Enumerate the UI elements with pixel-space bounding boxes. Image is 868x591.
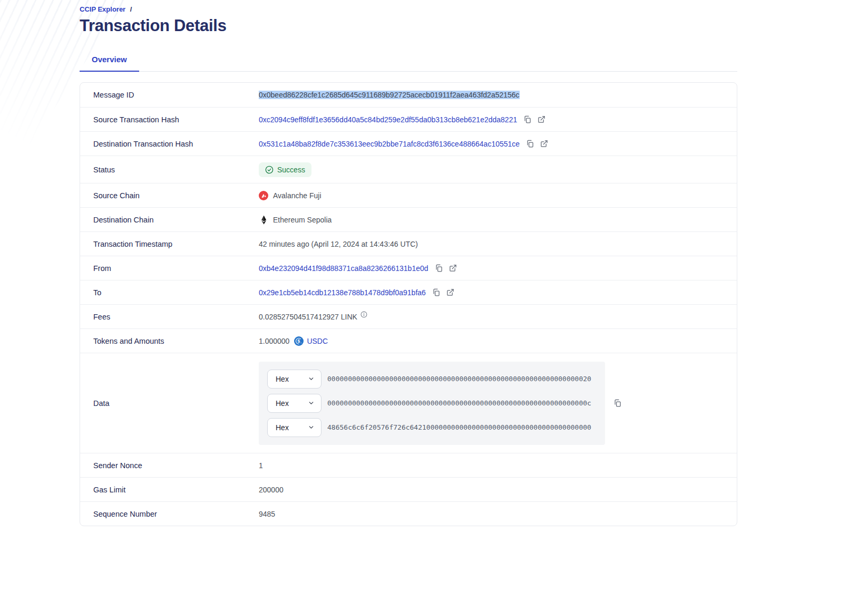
row-source-tx-hash: Source Transaction Hash 0xc2094c9eff8fdf… — [80, 107, 737, 131]
row-dest-tx-hash: Destination Transaction Hash 0x531c1a48b… — [80, 131, 737, 156]
row-message-id: Message ID 0x0beed86228cfe1c2685d645c911… — [80, 83, 737, 107]
chevron-down-icon — [308, 400, 315, 406]
open-from-button[interactable] — [449, 264, 457, 272]
data-format-value: Hex — [276, 399, 289, 408]
data-hex-value-2: 0000000000000000000000000000000000000000… — [327, 399, 591, 407]
usdc-logo-icon: $ — [294, 336, 304, 346]
timestamp-label: Transaction Timestamp — [93, 240, 259, 248]
data-line-1: Hex 000000000000000000000000000000000000… — [267, 370, 605, 389]
copy-to-button[interactable] — [432, 288, 440, 296]
status-label: Status — [93, 166, 259, 174]
source-chain-value: Avalanche Fuji — [273, 191, 321, 200]
breadcrumb: CCIP Explorer / — [80, 0, 737, 13]
copy-source-tx-button[interactable] — [523, 115, 531, 123]
data-format-select-1[interactable]: Hex — [267, 370, 321, 389]
data-hex-value-1: 0000000000000000000000000000000000000000… — [327, 375, 591, 383]
sender-nonce-value: 1 — [259, 461, 263, 470]
token-amount: 1.000000 — [259, 337, 289, 345]
to-address-link[interactable]: 0x29e1cb5eb14cdb12138e788b1478d9bf0a91bf… — [259, 288, 426, 297]
dest-chain-value: Ethereum Sepolia — [273, 216, 331, 224]
sequence-number-label: Sequence Number — [93, 510, 259, 518]
row-sequence-number: Sequence Number 9485 — [80, 501, 737, 526]
data-label: Data — [93, 399, 259, 408]
copy-icon — [523, 115, 531, 123]
fees-value: 0.028527504517412927 LINK — [259, 313, 357, 321]
chevron-down-icon — [308, 375, 315, 382]
copy-icon — [526, 140, 534, 148]
data-line-3: Hex 48656c6c6f20576f726c6421000000000000… — [267, 418, 605, 437]
from-label: From — [93, 264, 259, 273]
status-value: Success — [277, 166, 305, 174]
dest-chain-label: Destination Chain — [93, 216, 259, 224]
dest-tx-hash-label: Destination Transaction Hash — [93, 140, 259, 148]
open-to-button[interactable] — [446, 288, 454, 296]
info-icon[interactable] — [360, 311, 367, 318]
copy-dest-tx-button[interactable] — [526, 140, 534, 148]
to-label: To — [93, 288, 259, 297]
status-badge: Success — [259, 162, 311, 177]
avalanche-logo-icon — [259, 191, 268, 200]
data-hex-panel: Hex 000000000000000000000000000000000000… — [259, 362, 605, 445]
open-source-tx-button[interactable] — [538, 115, 545, 123]
tab-bar: Overview — [80, 55, 737, 72]
row-source-chain: Source Chain Avalanche Fuji — [80, 183, 737, 207]
sender-nonce-label: Sender Nonce — [93, 461, 259, 470]
page-title: Transaction Details — [80, 16, 737, 35]
copy-data-button[interactable] — [613, 399, 621, 407]
transaction-details-card: Message ID 0x0beed86228cfe1c2685d645c911… — [80, 82, 737, 526]
copy-icon — [613, 399, 621, 407]
row-sender-nonce: Sender Nonce 1 — [80, 453, 737, 477]
tokens-label: Tokens and Amounts — [93, 337, 259, 345]
gas-limit-value: 200000 — [259, 486, 284, 494]
message-id-label: Message ID — [93, 91, 259, 99]
message-id-value: 0x0beed86228cfe1c2685d645c911689b92725ac… — [259, 91, 520, 99]
token-symbol-link[interactable]: USDC — [307, 337, 328, 345]
fees-label: Fees — [93, 313, 259, 321]
copy-from-button[interactable] — [435, 264, 443, 272]
row-status: Status Success — [80, 156, 737, 183]
external-link-icon — [446, 288, 454, 296]
external-link-icon — [449, 264, 457, 272]
copy-icon — [435, 264, 443, 272]
row-fees: Fees 0.028527504517412927 LINK — [80, 304, 737, 328]
check-circle-icon — [265, 166, 274, 174]
row-from: From 0xb4e232094d41f98d88371ca8a82362661… — [80, 256, 737, 280]
data-hex-value-3: 48656c6c6f20576f726c64210000000000000000… — [327, 423, 591, 431]
external-link-icon — [540, 140, 548, 148]
external-link-icon — [538, 115, 545, 123]
row-data: Data Hex 0000000000000000000000000000000… — [80, 353, 737, 453]
row-dest-chain: Destination Chain Ethereum Sepolia — [80, 207, 737, 231]
data-format-select-3[interactable]: Hex — [267, 418, 321, 437]
chevron-down-icon — [308, 424, 315, 431]
timestamp-value: 42 minutes ago (April 12, 2024 at 14:43:… — [259, 240, 418, 248]
tab-overview[interactable]: Overview — [80, 55, 139, 72]
source-tx-hash-label: Source Transaction Hash — [93, 115, 259, 124]
row-gas-limit: Gas Limit 200000 — [80, 477, 737, 501]
data-format-value: Hex — [276, 423, 289, 432]
row-tokens: Tokens and Amounts 1.000000 $ USDC — [80, 328, 737, 353]
transaction-details-page: CCIP Explorer / Transaction Details Over… — [80, 0, 737, 526]
row-timestamp: Transaction Timestamp 42 minutes ago (Ap… — [80, 231, 737, 256]
open-dest-tx-button[interactable] — [540, 140, 548, 148]
source-tx-hash-link[interactable]: 0xc2094c9eff8fdf1e3656dd40a5c84bd259e2df… — [259, 115, 517, 124]
breadcrumb-separator: / — [130, 5, 132, 13]
svg-text:$: $ — [298, 338, 300, 344]
sequence-number-value: 9485 — [259, 510, 275, 518]
data-format-select-2[interactable]: Hex — [267, 394, 321, 413]
dest-tx-hash-link[interactable]: 0x531c1a48ba82f8de7c353613eec9b2bbe71afc… — [259, 140, 520, 148]
from-address-link[interactable]: 0xb4e232094d41f98d88371ca8a8236266131b1e… — [259, 264, 428, 273]
data-format-value: Hex — [276, 375, 289, 383]
ethereum-logo-icon — [259, 215, 268, 225]
source-chain-label: Source Chain — [93, 191, 259, 200]
breadcrumb-ccip-explorer-link[interactable]: CCIP Explorer — [80, 5, 125, 13]
gas-limit-label: Gas Limit — [93, 486, 259, 494]
data-line-2: Hex 000000000000000000000000000000000000… — [267, 394, 605, 413]
row-to: To 0x29e1cb5eb14cdb12138e788b1478d9bf0a9… — [80, 280, 737, 304]
copy-icon — [432, 288, 440, 296]
